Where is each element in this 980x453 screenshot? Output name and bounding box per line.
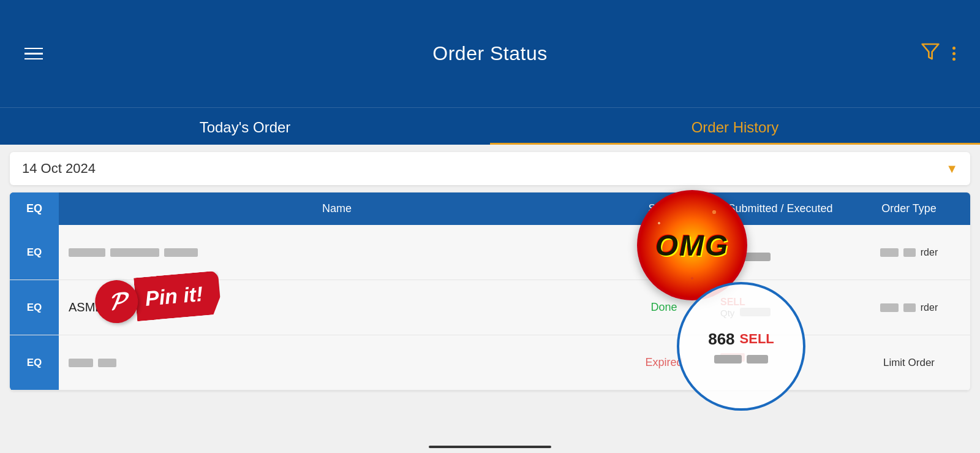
chevron-down-icon: ▼ <box>946 162 958 176</box>
tab-bar: Today's Order Order History <box>0 107 980 145</box>
orders-table: EQ Name Status Submitted / Executed Orde… <box>10 192 970 390</box>
row3-name <box>59 335 615 390</box>
row3-status: Expired <box>615 335 713 390</box>
row2-status: Done <box>615 280 713 335</box>
table-row[interactable]: EQ ASML Done SELL Qty rder <box>10 280 970 335</box>
page-title: Order Status <box>432 42 547 65</box>
col-order-type: Order Type <box>848 192 970 225</box>
date-selector[interactable]: 14 Oct 2024 ▼ <box>10 152 970 185</box>
row2-order-type: rder <box>848 280 970 335</box>
col-name: Name <box>59 192 615 225</box>
row1-status: Done <box>615 225 713 280</box>
header-actions <box>921 42 956 66</box>
table-header-row: EQ Name Status Submitted / Executed Orde… <box>10 192 970 225</box>
scroll-indicator <box>429 446 551 448</box>
more-options-icon[interactable] <box>952 47 956 61</box>
col-submitted: Submitted / Executed <box>713 192 848 225</box>
row1-name <box>59 225 615 280</box>
app-header: Order Status <box>0 0 980 107</box>
row2-submitted: SELL Qty <box>713 280 848 335</box>
filter-icon[interactable] <box>921 42 940 66</box>
row2-type: EQ <box>10 280 59 335</box>
row1-order-type: rder <box>848 225 970 280</box>
tab-todays-order[interactable]: Today's Order <box>0 108 490 145</box>
row3-submitted <box>713 335 848 390</box>
table-row[interactable]: EQ Expired Limit Order <box>10 335 970 390</box>
svg-marker-0 <box>922 44 939 59</box>
row1-submitted: SELL Qty <box>713 225 848 280</box>
redacted-name <box>69 248 198 257</box>
col-type: EQ <box>10 192 59 225</box>
row3-order-type: Limit Order <box>848 335 970 390</box>
row1-type: EQ <box>10 225 59 280</box>
col-status: Status <box>615 192 713 225</box>
table-row[interactable]: EQ Done SELL Qty rder <box>10 225 970 280</box>
date-value: 14 Oct 2024 <box>22 161 96 177</box>
row3-type: EQ <box>10 335 59 390</box>
hamburger-menu-button[interactable] <box>24 48 43 60</box>
row2-name: ASML <box>59 280 615 335</box>
tab-order-history[interactable]: Order History <box>490 108 980 145</box>
